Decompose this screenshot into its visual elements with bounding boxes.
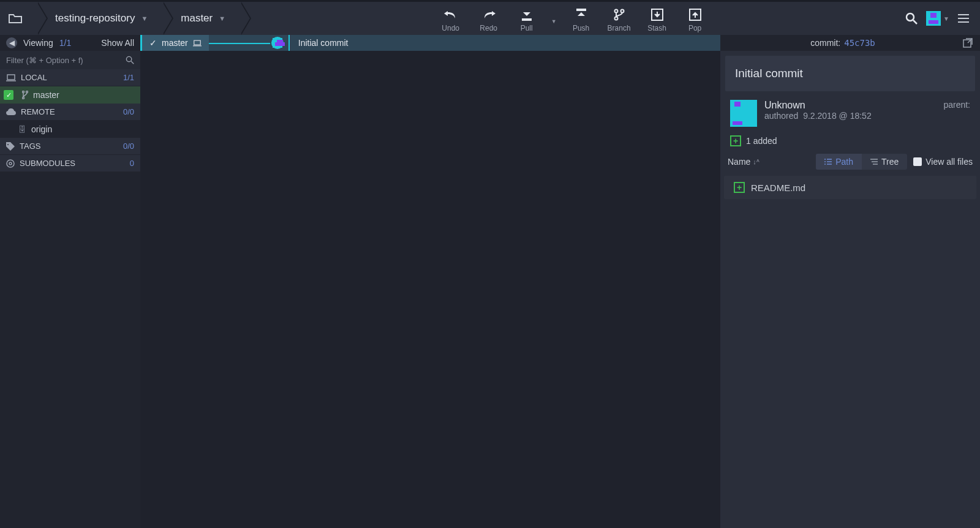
- laptop-icon: [193, 40, 202, 47]
- parent-label: parent:: [943, 100, 970, 110]
- local-branch-master[interactable]: ✓ master: [0, 86, 140, 104]
- svg-point-2: [620, 10, 624, 13]
- commit-title: Initial commit: [725, 56, 975, 91]
- view-mode-toggle: Path Tree: [816, 154, 907, 170]
- svg-rect-7: [7, 75, 15, 80]
- commit-row[interactable]: ✓ master Initial commit: [140, 35, 720, 51]
- push-button[interactable]: Push: [568, 8, 595, 32]
- commit-author-block: Unknown authored 9.2.2018 @ 18:52 parent…: [720, 92, 980, 129]
- push-icon: [575, 8, 588, 21]
- svg-point-5: [907, 13, 914, 21]
- undo-icon: [444, 8, 458, 21]
- added-icon: +: [734, 182, 745, 193]
- submodule-icon: [6, 159, 15, 168]
- branch-icon: [612, 8, 626, 21]
- toolbar-right: ▼: [905, 11, 980, 26]
- stash-button[interactable]: Stash: [644, 8, 671, 32]
- list-icon: [824, 159, 832, 165]
- back-button[interactable]: ◀: [6, 37, 17, 48]
- left-sidebar: ◀ Viewing 1/1 Show All Filter (⌘ + Optio…: [0, 35, 140, 528]
- commit-label: commit:: [810, 38, 840, 48]
- avatar-icon: [926, 11, 941, 26]
- added-icon: +: [730, 135, 741, 146]
- branch-crumb[interactable]: master ▼: [162, 2, 240, 35]
- pull-icon: [520, 8, 533, 21]
- remote-section[interactable]: REMOTE 0/0: [0, 104, 140, 121]
- filter-input[interactable]: Filter (⌘ + Option + f): [0, 51, 140, 69]
- laptop-icon: [6, 74, 16, 81]
- details-header: commit: 45c73b: [720, 35, 980, 51]
- chevron-down-icon: ▼: [141, 15, 148, 22]
- show-all-button[interactable]: Show All: [101, 38, 134, 48]
- commit-details-panel: commit: 45c73b Initial commit Unknown au…: [720, 35, 980, 528]
- check-icon: ✓: [149, 38, 157, 48]
- search-icon[interactable]: [905, 12, 918, 25]
- commit-hash[interactable]: 45c73b: [844, 38, 875, 48]
- open-repo-crumb[interactable]: [0, 2, 37, 35]
- pull-dropdown[interactable]: ▼: [551, 16, 557, 25]
- path-view-button[interactable]: Path: [816, 154, 862, 170]
- svg-point-0: [614, 10, 617, 13]
- svg-point-12: [9, 162, 12, 165]
- undo-button[interactable]: Undo: [437, 8, 464, 32]
- database-icon: 🗄: [18, 125, 26, 134]
- commit-message-bar: Initial commit: [288, 35, 720, 51]
- viewing-label: Viewing: [23, 38, 53, 48]
- redo-icon: [482, 8, 496, 21]
- top-toolbar: testing-repository ▼ master ▼ Undo Redo …: [0, 0, 980, 35]
- toolbar-actions: Undo Redo Pull ▼ Push Branch Stash Pop: [240, 4, 905, 32]
- commit-node: [270, 36, 285, 50]
- user-menu[interactable]: ▼: [926, 11, 949, 26]
- submodules-section[interactable]: SUBMODULES 0: [0, 155, 140, 172]
- cloud-icon: [6, 108, 16, 116]
- author-name: Unknown: [764, 100, 936, 111]
- svg-point-11: [7, 160, 14, 167]
- repo-name: testing-repository: [55, 12, 135, 25]
- branch-name: master: [181, 12, 213, 25]
- svg-point-1: [614, 17, 617, 20]
- viewing-count: 1/1: [59, 38, 71, 48]
- filter-placeholder: Filter (⌘ + Option + f): [6, 56, 83, 65]
- author-avatar: [730, 100, 757, 127]
- tree-view-button[interactable]: Tree: [862, 154, 907, 170]
- branch-icon: [22, 91, 28, 99]
- view-all-files-toggle[interactable]: View all files: [913, 157, 973, 167]
- branch-button[interactable]: Branch: [606, 8, 633, 32]
- remote-origin[interactable]: 🗄 origin: [0, 121, 140, 138]
- hamburger-icon[interactable]: [958, 14, 969, 23]
- popout-icon[interactable]: [963, 38, 973, 48]
- commit-graph: ✓ master Initial commit: [140, 35, 720, 528]
- checkbox-icon: [913, 157, 922, 166]
- pop-icon: [688, 8, 702, 21]
- local-section[interactable]: LOCAL 1/1: [0, 69, 140, 86]
- folder-icon: [9, 13, 22, 24]
- search-icon: [126, 56, 134, 64]
- file-stats: + 1 added: [720, 129, 980, 149]
- check-icon: ✓: [4, 90, 13, 100]
- sidebar-viewing-bar: ◀ Viewing 1/1 Show All: [0, 35, 140, 51]
- svg-rect-13: [194, 40, 201, 45]
- tree-icon: [870, 159, 878, 165]
- svg-point-6: [126, 56, 131, 61]
- tags-section[interactable]: TAGS 0/0: [0, 138, 140, 155]
- chevron-down-icon: ▼: [219, 15, 225, 22]
- tag-icon: [6, 142, 15, 151]
- graph-edge: [209, 35, 288, 51]
- sort-name-button[interactable]: Name ↓ᴬ: [728, 157, 760, 167]
- chevron-down-icon: ▼: [943, 15, 949, 22]
- repo-crumb[interactable]: testing-repository ▼: [37, 2, 162, 35]
- redo-button[interactable]: Redo: [475, 8, 502, 32]
- pop-button[interactable]: Pop: [682, 8, 709, 32]
- file-name: README.md: [751, 183, 805, 193]
- changed-file-row[interactable]: + README.md: [724, 176, 976, 199]
- branch-label-tag[interactable]: ✓ master: [140, 35, 209, 51]
- file-view-controls: Name ↓ᴬ Path Tree View all files: [720, 149, 980, 175]
- pull-button[interactable]: Pull: [513, 8, 540, 32]
- stash-icon: [650, 8, 664, 21]
- sort-icon: ↓ᴬ: [753, 158, 760, 166]
